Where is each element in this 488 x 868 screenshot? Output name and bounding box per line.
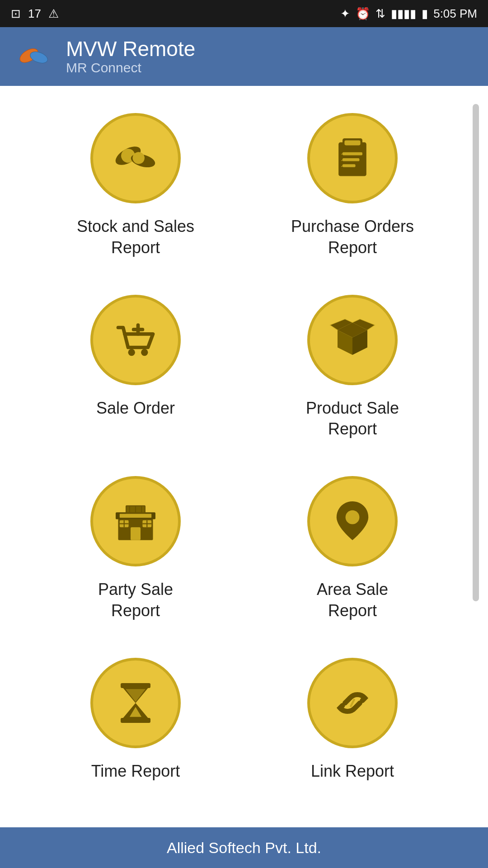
menu-item-stock-sales[interactable]: Stock and SalesReport xyxy=(36,113,235,259)
clipboard-icon: ✓ ✓ ✓ xyxy=(328,133,377,183)
status-bar-right: ✦ ⏰ ⇅ ▮▮▮▮ ▮ 5:05 PM xyxy=(340,7,477,21)
stock-sales-icon-circle xyxy=(90,113,181,203)
menu-item-product-sale[interactable]: Product SaleReport xyxy=(253,295,452,440)
location-icon xyxy=(328,496,377,546)
svg-rect-10 xyxy=(344,140,360,145)
status-bar: ⊡ 17 ⚠ ✦ ⏰ ⇅ ▮▮▮▮ ▮ 5:05 PM xyxy=(0,0,488,27)
svg-rect-12 xyxy=(343,158,359,161)
area-sale-label: Area SaleReport xyxy=(317,579,388,622)
menu-item-party-sale[interactable]: Party SaleReport xyxy=(36,476,235,622)
svg-rect-38 xyxy=(121,718,150,723)
menu-item-time-report[interactable]: Time Report xyxy=(36,658,235,782)
svg-point-18 xyxy=(141,349,148,355)
purchase-orders-icon-circle: ✓ ✓ ✓ xyxy=(307,113,398,203)
time-display: 5:05 PM xyxy=(433,7,477,21)
svg-rect-11 xyxy=(343,152,362,156)
svg-rect-13 xyxy=(343,164,356,167)
svg-text:✓: ✓ xyxy=(341,158,344,162)
product-sale-icon-circle xyxy=(307,295,398,385)
menu-item-purchase-orders[interactable]: ✓ ✓ ✓ Purchase OrdersReport xyxy=(253,113,452,259)
link-report-label: Link Report xyxy=(311,761,394,782)
area-sale-icon-circle xyxy=(307,476,398,566)
svg-text:✓: ✓ xyxy=(341,164,344,168)
svg-point-17 xyxy=(128,349,135,355)
notification-number: 17 xyxy=(28,7,41,21)
link-report-icon-circle xyxy=(307,658,398,748)
menu-grid: Stock and SalesReport ✓ ✓ ✓ Purchase Or xyxy=(0,86,488,809)
status-bar-left: ⊡ 17 ⚠ xyxy=(11,7,59,21)
signal-icon: ▮▮▮▮ xyxy=(391,7,416,21)
time-report-icon-circle xyxy=(90,658,181,748)
cart-icon xyxy=(111,315,160,365)
footer: Allied Softech Pvt. Ltd. xyxy=(0,827,488,868)
app-title-block: MVW Remote MR Connect xyxy=(66,38,195,76)
warning-icon: ⚠ xyxy=(48,7,59,21)
product-sale-label: Product SaleReport xyxy=(306,398,399,440)
app-header: MVW Remote MR Connect xyxy=(0,27,488,86)
time-report-label: Time Report xyxy=(91,761,180,782)
svg-text:✓: ✓ xyxy=(341,151,344,156)
svg-point-36 xyxy=(346,510,360,524)
svg-rect-37 xyxy=(121,683,150,688)
scrollbar[interactable] xyxy=(473,104,479,601)
svg-rect-24 xyxy=(131,527,141,540)
app-logo xyxy=(16,38,52,75)
footer-label: Allied Softech Pvt. Ltd. xyxy=(167,839,321,857)
menu-item-sale-order[interactable]: Sale Order xyxy=(36,295,235,440)
hourglass-icon xyxy=(111,678,160,728)
box-icon xyxy=(328,315,377,365)
content-area: Stock and SalesReport ✓ ✓ ✓ Purchase Or xyxy=(0,86,488,836)
svg-rect-23 xyxy=(120,514,151,518)
stock-sales-label: Stock and SalesReport xyxy=(77,216,194,259)
menu-item-link-report[interactable]: Link Report xyxy=(253,658,452,782)
pills-icon xyxy=(111,133,160,183)
screen-icon: ⊡ xyxy=(11,7,21,21)
app-subtitle: MR Connect xyxy=(66,60,195,75)
sale-order-label: Sale Order xyxy=(96,398,175,419)
sale-order-icon-circle xyxy=(90,295,181,385)
network-h-icon: ⇅ xyxy=(375,7,385,21)
party-sale-label: Party SaleReport xyxy=(98,579,173,622)
link-icon xyxy=(328,678,377,728)
menu-item-area-sale[interactable]: Area SaleReport xyxy=(253,476,452,622)
party-sale-icon-circle xyxy=(90,476,181,566)
purchase-orders-label: Purchase OrdersReport xyxy=(291,216,414,259)
store-icon xyxy=(111,496,160,546)
battery-icon: ▮ xyxy=(422,7,428,21)
alarm-icon: ⏰ xyxy=(356,7,370,21)
app-title: MVW Remote xyxy=(66,38,195,61)
bluetooth-icon: ✦ xyxy=(340,7,350,21)
